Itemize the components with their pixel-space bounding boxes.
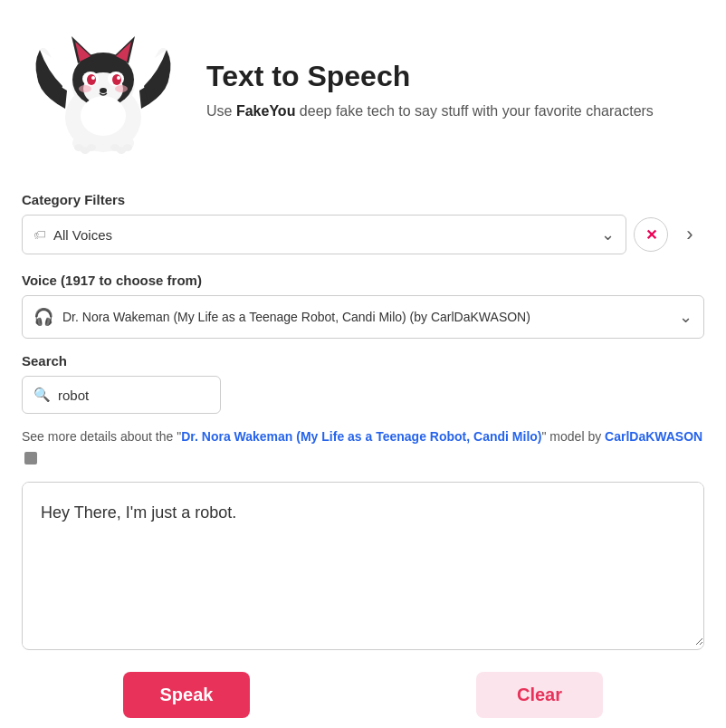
action-buttons-row: Speak Clear (22, 672, 704, 728)
speech-textarea[interactable]: Hey There, I'm just a robot. (23, 483, 703, 646)
voice-dropdown-arrow-icon[interactable]: ⌄ (679, 307, 693, 327)
search-section: Search 🔍 (22, 353, 704, 414)
clear-button[interactable]: Clear (476, 672, 603, 718)
category-dropdown-arrow-icon[interactable]: ⌄ (601, 225, 615, 244)
svg-point-16 (115, 85, 128, 92)
brand-name: FakeYou (236, 103, 296, 119)
search-icon: 🔍 (33, 387, 51, 403)
voice-section: Voice (1917 to choose from) 🎧 Dr. Nora W… (22, 273, 704, 339)
category-value: All Voices (53, 227, 601, 243)
category-row: 🏷 All Voices ⌄ ✕ › (22, 215, 704, 254)
header-text-block: Text to Speech Use FakeYou deep fake tec… (206, 60, 654, 122)
headphone-icon: 🎧 (33, 307, 53, 327)
svg-point-12 (91, 76, 95, 80)
voice-value: Dr. Nora Wakeman (My Life as a Teenage R… (62, 310, 679, 324)
svg-point-14 (100, 88, 107, 93)
svg-point-15 (79, 85, 91, 92)
voice-label: Voice (1917 to choose from) (22, 273, 704, 288)
model-link[interactable]: Dr. Nora Wakeman (My Life as a Teenage R… (181, 429, 541, 444)
svg-point-25 (123, 144, 132, 151)
mascot-svg (22, 18, 185, 163)
next-arrow-button[interactable]: › (675, 220, 704, 249)
desc-suffix: deep fake tech to say stuff with your fa… (295, 103, 653, 119)
chevron-right-icon: › (686, 223, 693, 246)
header-section: Text to Speech Use FakeYou deep fake tec… (22, 18, 704, 163)
svg-point-22 (87, 144, 96, 151)
category-select[interactable]: 🏷 All Voices ⌄ (22, 215, 626, 254)
external-link-icon (24, 452, 37, 465)
category-clear-button[interactable]: ✕ (634, 217, 668, 252)
search-input-wrapper: 🔍 (22, 376, 221, 414)
search-label: Search (22, 353, 704, 369)
tag-icon: 🏷 (33, 227, 46, 242)
voice-select[interactable]: 🎧 Dr. Nora Wakeman (My Life as a Teenage… (22, 295, 704, 339)
main-container: Text to Speech Use FakeYou deep fake tec… (0, 0, 726, 728)
details-prefix: See more details about the " (22, 429, 181, 444)
search-input[interactable] (58, 388, 209, 403)
category-section: Category Filters 🏷 All Voices ⌄ ✕ › (22, 192, 704, 254)
page-title: Text to Speech (206, 60, 654, 93)
category-label: Category Filters (22, 192, 704, 207)
svg-point-17 (81, 96, 126, 136)
speak-button[interactable]: Speak (123, 672, 250, 718)
svg-point-11 (112, 74, 121, 85)
author-link[interactable]: CarlDaKWASON (605, 429, 702, 444)
close-icon: ✕ (645, 226, 657, 244)
details-middle: " model by (542, 429, 606, 444)
details-section: See more details about the "Dr. Nora Wak… (22, 426, 704, 467)
svg-point-10 (87, 74, 96, 85)
desc-prefix: Use (206, 103, 236, 119)
header-description: Use FakeYou deep fake tech to say stuff … (206, 101, 654, 122)
mascot-image (22, 18, 185, 163)
text-input-area: Hey There, I'm just a robot. (22, 482, 704, 650)
svg-point-13 (117, 76, 120, 80)
